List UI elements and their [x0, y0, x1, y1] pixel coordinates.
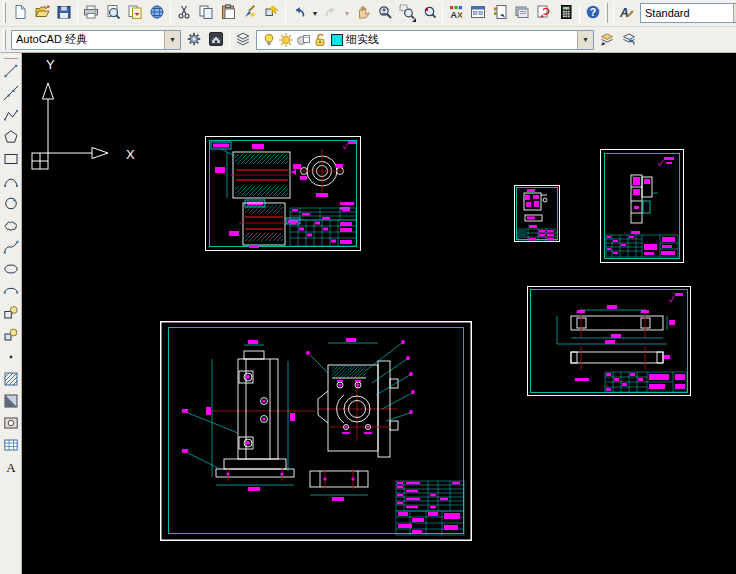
- workspace-layer-toolbar: AutoCAD 经典▼细实线▼: [0, 27, 736, 53]
- polyline-button[interactable]: [1, 105, 21, 127]
- workspace-combo-value: AutoCAD 经典: [16, 32, 162, 47]
- publish-web-button[interactable]: [146, 2, 168, 24]
- sheet1-notes: [340, 202, 354, 210]
- plot-icon: [83, 4, 99, 22]
- drawing-sheet-2[interactable]: [514, 185, 560, 242]
- svg-text:A: A: [451, 10, 458, 20]
- layer-combo[interactable]: 细实线▼: [256, 30, 594, 50]
- block-editor-button[interactable]: [261, 2, 283, 24]
- workspace-combo-dropdown-arrow-icon[interactable]: ▼: [164, 31, 180, 49]
- workspace-settings-button[interactable]: [183, 29, 205, 51]
- ellipse-icon: [3, 261, 19, 279]
- toolbar-separator: [285, 3, 286, 23]
- tool-palettes-icon: [492, 4, 508, 22]
- toolbar-grip[interactable]: [605, 3, 608, 23]
- arc-button[interactable]: [1, 171, 21, 193]
- zoom-window-button[interactable]: [396, 2, 418, 24]
- properties-button[interactable]: A: [445, 2, 467, 24]
- ucs-x-label: X: [126, 147, 135, 162]
- layer-properties-icon: [235, 31, 251, 49]
- drawing-sheet-4[interactable]: [527, 286, 691, 396]
- polygon-button[interactable]: [1, 127, 21, 149]
- cut-button[interactable]: [173, 2, 195, 24]
- spline-icon: [3, 239, 19, 257]
- insert-block-icon: [3, 305, 19, 323]
- my-workspace-button[interactable]: [205, 29, 227, 51]
- point-button[interactable]: [1, 347, 21, 369]
- polygon-icon: [3, 129, 19, 147]
- my-workspace-icon: [208, 31, 224, 49]
- sheet1-title-block: [290, 208, 356, 246]
- plot-button[interactable]: [80, 2, 102, 24]
- line-icon: [3, 63, 19, 81]
- pan-button[interactable]: [352, 2, 374, 24]
- zoom-realtime-button[interactable]: [374, 2, 396, 24]
- paste-button[interactable]: [217, 2, 239, 24]
- ellipse-button[interactable]: [1, 259, 21, 281]
- make-object-layer-current-button[interactable]: [596, 29, 618, 51]
- sheet-set-manager-button[interactable]: [511, 2, 533, 24]
- multiline-text-button[interactable]: A: [1, 457, 21, 479]
- polyline-icon: [3, 107, 19, 125]
- sun-icon: [278, 32, 294, 48]
- construction-line-button[interactable]: [1, 83, 21, 105]
- zoom-previous-button[interactable]: [418, 2, 440, 24]
- revision-cloud-button[interactable]: [1, 215, 21, 237]
- rectangle-button[interactable]: [1, 149, 21, 171]
- tool-palettes-button[interactable]: [489, 2, 511, 24]
- match-properties-button[interactable]: [239, 2, 261, 24]
- designcenter-button[interactable]: [467, 2, 489, 24]
- plot-preview-button[interactable]: [102, 2, 124, 24]
- workspace-combo[interactable]: AutoCAD 经典▼: [11, 30, 181, 50]
- designcenter-icon: [470, 4, 486, 22]
- block-editor-icon: [264, 4, 280, 22]
- sheet3-part-view: [631, 175, 658, 234]
- undo-button[interactable]: [288, 2, 310, 24]
- layer-combo-dropdown-arrow-icon[interactable]: ▼: [577, 31, 593, 49]
- sheet3-surface-finish-mark: [658, 157, 674, 166]
- drawing-sheet-1[interactable]: [205, 136, 361, 251]
- markup-set-manager-button[interactable]: [533, 2, 555, 24]
- drawing-sheet-3[interactable]: [600, 149, 684, 263]
- insert-block-button[interactable]: [1, 303, 21, 325]
- make-block-icon: [3, 327, 19, 345]
- layer-combo-value: 细实线: [346, 32, 575, 47]
- layer-properties-button[interactable]: [232, 29, 254, 51]
- text-style-combo[interactable]: Standard▼: [640, 3, 736, 23]
- help-button[interactable]: ?: [582, 2, 604, 24]
- spline-button[interactable]: [1, 237, 21, 259]
- line-button[interactable]: [1, 61, 21, 83]
- sheet2-part-view: [524, 189, 547, 228]
- hatch-button[interactable]: [1, 369, 21, 391]
- zoom-previous-icon: [421, 4, 437, 22]
- region-button[interactable]: [1, 413, 21, 435]
- layer-previous-icon: [621, 31, 637, 49]
- toolbar-grip[interactable]: [4, 55, 18, 59]
- quickcalc-icon: [558, 4, 574, 22]
- drawing-sheet-5[interactable]: [160, 321, 472, 541]
- drawing-canvas[interactable]: Y X: [22, 53, 736, 574]
- publish-button[interactable]: [124, 2, 146, 24]
- undo-flyout-button[interactable]: ▾: [310, 2, 320, 24]
- circle-icon: [3, 195, 19, 213]
- zoom-window-icon: [399, 4, 415, 22]
- table-button[interactable]: [1, 435, 21, 457]
- redo-flyout-button[interactable]: ▾: [342, 2, 352, 24]
- save-button[interactable]: [53, 2, 75, 24]
- redo-button[interactable]: [320, 2, 342, 24]
- toolbar-grip[interactable]: [3, 30, 6, 50]
- copy-button[interactable]: [195, 2, 217, 24]
- layer-previous-button[interactable]: [618, 29, 640, 51]
- circle-button[interactable]: [1, 193, 21, 215]
- qnew-button[interactable]: [9, 2, 31, 24]
- text-style-button[interactable]: A: [616, 2, 638, 24]
- toolbar-grip[interactable]: [3, 3, 6, 23]
- sheet5-bom-table: [396, 481, 464, 511]
- quickcalc-button[interactable]: [555, 2, 577, 24]
- open-button[interactable]: [31, 2, 53, 24]
- gradient-button[interactable]: [1, 391, 21, 413]
- make-block-button[interactable]: [1, 325, 21, 347]
- workspace-settings-icon: [186, 31, 202, 49]
- ellipse-arc-button[interactable]: [1, 281, 21, 303]
- toolbar-separator: [613, 3, 614, 23]
